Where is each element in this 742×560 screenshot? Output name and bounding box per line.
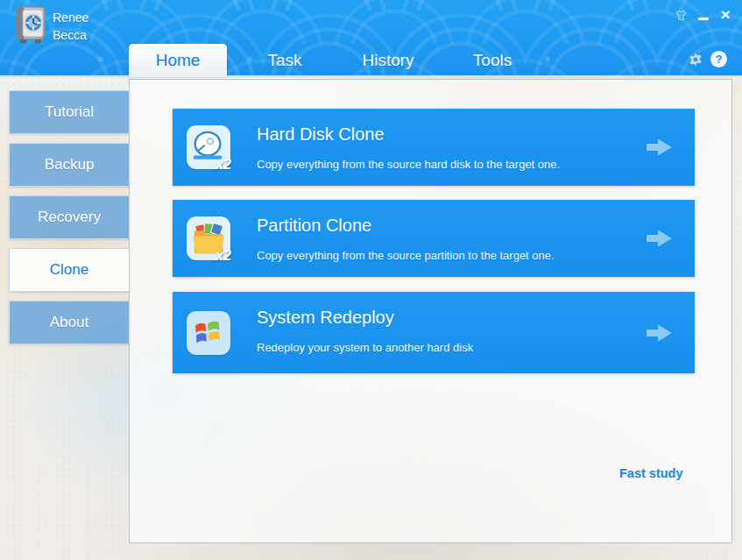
banner-text: Partition Clone Copy everything from the… <box>257 214 555 262</box>
gear-icon <box>688 52 703 67</box>
x2-badge: x2 <box>216 248 231 264</box>
sidebar-item-label: Recovery <box>38 209 101 225</box>
banner-description: Copy everything from the source partitio… <box>257 249 555 262</box>
tab-tools-label: Tools <box>473 51 512 69</box>
system-redeploy-tile <box>187 311 230 355</box>
banner-description: Redeploy your system to another hard dis… <box>257 341 473 354</box>
right-arrow-icon <box>646 230 672 247</box>
sidebar-item-clone[interactable]: Clone <box>9 248 130 292</box>
tab-task[interactable]: Task <box>238 44 331 77</box>
hard-disk-clone-tile: x2 <box>187 125 230 169</box>
banner-text: System Redeploy Redeploy your system to … <box>257 306 473 354</box>
minimize-icon <box>698 18 709 20</box>
partition-clone-tile: x2 <box>187 216 230 260</box>
question-mark-icon: ? <box>716 53 723 66</box>
tab-tools[interactable]: Tools <box>446 44 539 77</box>
fast-study-link[interactable]: Fast study <box>619 466 683 480</box>
app-title-line1: Renee <box>53 9 88 26</box>
app-logo-safe-icon <box>11 4 50 44</box>
sidebar-item-recovery[interactable]: Recovery <box>9 195 130 239</box>
app-title-line2: Becca <box>53 26 88 44</box>
header-bar: Renee Becca × Home Task History Tools <box>0 0 742 77</box>
right-arrow-icon <box>646 324 672 342</box>
app-title: Renee Becca <box>53 9 88 44</box>
minimize-button[interactable] <box>696 7 711 23</box>
right-arrow-icon <box>646 138 672 156</box>
tab-home-label: Home <box>156 51 201 69</box>
settings-button[interactable] <box>688 52 703 67</box>
banner-title: System Redeploy <box>257 306 473 329</box>
windows-icon <box>190 315 227 351</box>
close-button[interactable]: × <box>717 7 733 23</box>
fast-study-label: Fast study <box>619 466 683 480</box>
x2-badge: x2 <box>216 157 231 173</box>
sidebar-item-backup[interactable]: Backup <box>9 143 130 187</box>
help-button[interactable]: ? <box>710 51 727 67</box>
sidebar-item-label: About <box>50 314 88 330</box>
tab-task-label: Task <box>267 51 301 69</box>
sidebar-item-label: Backup <box>45 156 95 173</box>
shirt-icon <box>674 9 689 22</box>
banner-title: Partition Clone <box>257 214 555 237</box>
theme-skin-button[interactable] <box>673 7 689 23</box>
close-icon: × <box>720 7 730 23</box>
sidebar-item-about[interactable]: About <box>9 301 130 344</box>
tab-home[interactable]: Home <box>129 44 227 77</box>
hard-disk-clone-banner[interactable]: x2 Hard Disk Clone Copy everything from … <box>173 109 695 186</box>
sidebar-item-label: Clone <box>50 261 88 278</box>
sidebar-item-label: Tutorial <box>45 103 94 120</box>
tab-history[interactable]: History <box>342 44 435 77</box>
partition-clone-banner[interactable]: x2 Partition Clone Copy everything from … <box>173 200 695 277</box>
banner-text: Hard Disk Clone Copy everything from the… <box>257 123 560 171</box>
app-window: Renee Becca × Home Task History Tools <box>0 0 742 560</box>
tab-history-label: History <box>362 51 413 69</box>
banner-title: Hard Disk Clone <box>257 123 560 145</box>
sidebar-item-tutorial[interactable]: Tutorial <box>9 90 130 134</box>
system-redeploy-banner[interactable]: System Redeploy Redeploy your system to … <box>173 292 695 373</box>
banner-description: Copy everything from the source hard dis… <box>257 158 560 171</box>
